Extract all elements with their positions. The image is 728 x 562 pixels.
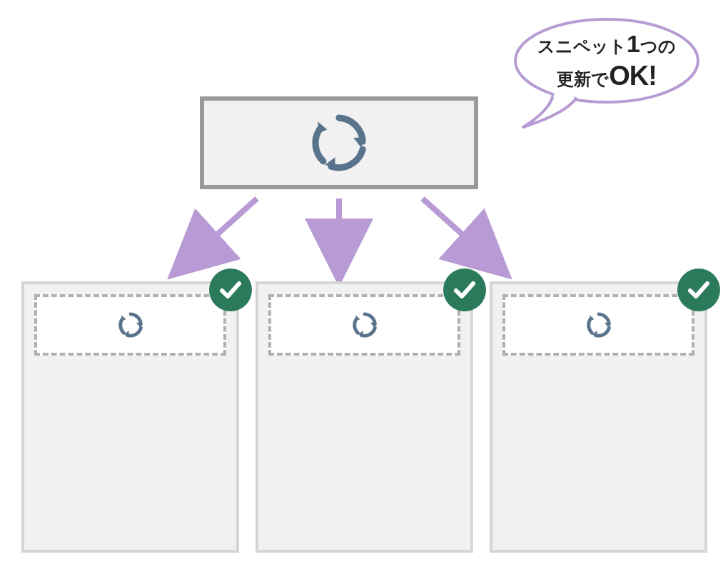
check-badge xyxy=(209,269,252,311)
child-snippet-region xyxy=(34,294,226,356)
child-snippet-region xyxy=(268,294,460,356)
child-snippet-region xyxy=(502,294,694,356)
check-icon xyxy=(452,277,477,303)
recycle-icon xyxy=(585,311,613,339)
diagram-canvas: スニペット1つの 更新でOK! xyxy=(0,0,728,562)
child-page xyxy=(490,281,707,553)
svg-marker-10 xyxy=(605,323,609,328)
check-badge xyxy=(443,269,486,311)
child-page xyxy=(21,281,239,553)
svg-marker-6 xyxy=(121,315,126,321)
check-badge xyxy=(677,269,720,311)
check-icon xyxy=(218,277,243,303)
recycle-icon xyxy=(350,311,379,339)
svg-marker-12 xyxy=(590,315,594,321)
check-icon xyxy=(686,277,712,303)
svg-marker-4 xyxy=(136,323,141,328)
svg-marker-7 xyxy=(370,323,375,328)
recycle-icon xyxy=(116,311,145,339)
arrow-right-icon xyxy=(423,199,495,264)
arrow-left-icon xyxy=(184,199,257,264)
child-page xyxy=(256,281,473,553)
svg-marker-9 xyxy=(355,315,360,321)
